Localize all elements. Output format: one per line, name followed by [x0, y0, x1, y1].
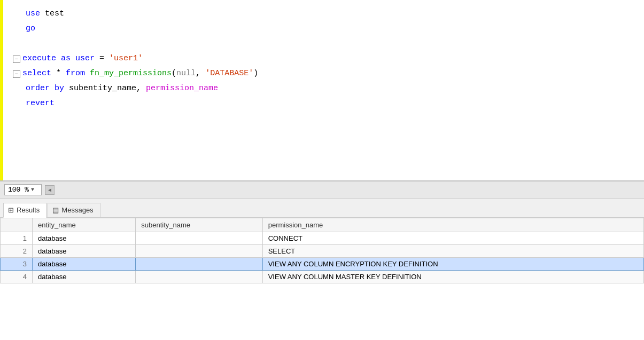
keyword-from: from — [66, 67, 85, 81]
cell-subentity — [136, 245, 262, 258]
bottom-panel: ⊞ Results ▤ Messages entity_name subenti… — [0, 199, 644, 340]
keyword-user: user — [75, 52, 95, 66]
zoom-bar: 100 % ▼ ◀ — [0, 181, 644, 199]
code-editor[interactable]: use test go − execute as user = 'user1' … — [0, 0, 644, 181]
cell-entity: database — [33, 258, 136, 271]
cell-rownum: 4 — [1, 271, 33, 283]
messages-icon: ▤ — [52, 206, 59, 214]
cell-permission: SELECT — [262, 245, 643, 258]
identifier-test: test — [45, 7, 64, 21]
tab-messages[interactable]: ▤ Messages — [48, 203, 100, 217]
results-table: entity_name subentity_name permission_na… — [0, 218, 644, 283]
tab-results[interactable]: ⊞ Results — [3, 203, 46, 218]
cell-subentity — [136, 258, 262, 271]
paren-open: ( — [172, 67, 176, 81]
cell-subentity — [136, 271, 262, 283]
col-permission-name: permission_name — [146, 82, 218, 96]
code-lines: use test go − execute as user = 'user1' … — [0, 0, 644, 117]
collapse-execute-icon[interactable]: − — [13, 56, 20, 63]
code-line-revert: revert — [11, 96, 644, 111]
table-row[interactable]: 3databaseVIEW ANY COLUMN ENCRYPTION KEY … — [1, 258, 644, 271]
keyword-as: as — [56, 52, 75, 66]
tab-messages-label: Messages — [61, 206, 93, 214]
equals-sign: = — [95, 52, 109, 66]
cell-entity: database — [33, 232, 136, 245]
col-header-permission: permission_name — [262, 218, 643, 232]
keyword-select: select — [22, 67, 51, 81]
paren-close: ) — [253, 67, 258, 81]
cell-rownum: 3 — [1, 258, 33, 271]
string-user1: 'user1' — [109, 52, 143, 66]
cell-rownum: 1 — [1, 232, 33, 245]
function-name: fn_my_permissions — [85, 67, 172, 81]
tab-results-label: Results — [17, 206, 40, 214]
results-area[interactable]: entity_name subentity_name permission_na… — [0, 218, 644, 340]
cell-permission: VIEW ANY COLUMN ENCRYPTION KEY DEFINITIO… — [262, 258, 643, 271]
keyword-use: use — [26, 7, 40, 21]
code-line-order: order by subentity_name , permission_nam… — [11, 81, 644, 96]
keyword-by: by — [50, 82, 69, 96]
cell-permission: CONNECT — [262, 232, 643, 245]
results-table-icon: ⊞ — [8, 206, 14, 214]
comma: , — [196, 67, 205, 81]
table-row[interactable]: 2databaseSELECT — [1, 245, 644, 258]
code-line-select: − select * from fn_my_permissions ( null… — [11, 66, 644, 81]
keyword-order: order — [26, 82, 50, 96]
code-line-blank — [11, 36, 644, 51]
comma2: , — [136, 82, 146, 96]
col-header-entity: entity_name — [33, 218, 136, 232]
col-subentity-name: subentity_name — [69, 82, 136, 96]
code-line-execute: − execute as user = 'user1' — [11, 51, 644, 66]
col-header-rownum — [1, 218, 33, 232]
cell-permission: VIEW ANY COLUMN MASTER KEY DEFINITION — [262, 271, 643, 283]
keyword-go: go — [26, 22, 35, 36]
yellow-indicator-bar — [0, 0, 3, 180]
zoom-dropdown-arrow: ▼ — [31, 187, 34, 193]
null-value: null — [176, 67, 196, 81]
zoom-value: 100 % — [8, 186, 29, 194]
code-line-use: use test — [11, 6, 644, 21]
cell-subentity — [136, 232, 262, 245]
scroll-left-button[interactable]: ◀ — [45, 185, 55, 195]
table-row[interactable]: 1databaseCONNECT — [1, 232, 644, 245]
table-header-row: entity_name subentity_name permission_na… — [1, 218, 644, 232]
zoom-selector[interactable]: 100 % ▼ — [4, 184, 42, 195]
col-header-subentity: subentity_name — [136, 218, 262, 232]
keyword-revert: revert — [26, 97, 55, 110]
string-database: 'DATABASE' — [205, 67, 253, 81]
code-line-go: go — [11, 21, 644, 36]
star: * — [51, 67, 66, 81]
cell-entity: database — [33, 245, 136, 258]
keyword-execute: execute — [22, 52, 56, 66]
collapse-select-icon[interactable]: − — [13, 70, 20, 78]
cell-entity: database — [33, 271, 136, 283]
tabs-bar: ⊞ Results ▤ Messages — [0, 199, 644, 218]
cell-rownum: 2 — [1, 245, 33, 258]
table-row[interactable]: 4databaseVIEW ANY COLUMN MASTER KEY DEFI… — [1, 271, 644, 283]
